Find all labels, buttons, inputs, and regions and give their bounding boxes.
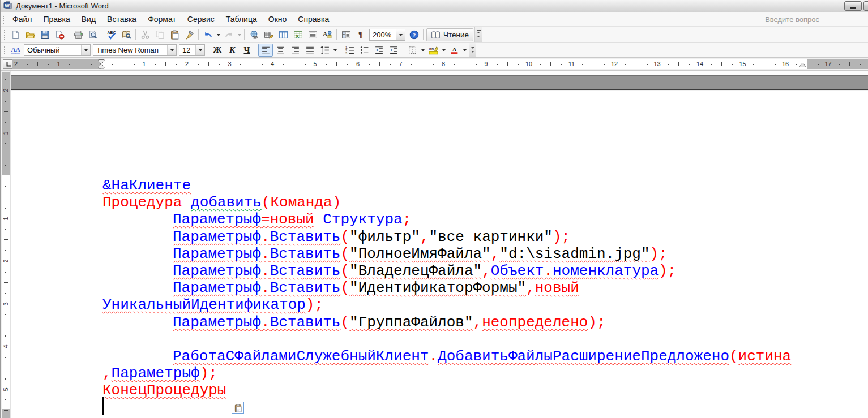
- underline-button[interactable]: Ч: [240, 44, 254, 57]
- style-combobox[interactable]: Обычный: [24, 44, 91, 56]
- code-line[interactable]: Параметрыф.Вставить("ГруппаФайлов",неопр…: [102, 314, 791, 331]
- code-line[interactable]: [102, 331, 791, 348]
- code-line[interactable]: Процедура добавить(Команда): [102, 194, 791, 211]
- permission-icon: [55, 30, 65, 40]
- borders-button-dropdown[interactable]: [420, 44, 426, 57]
- cut-button[interactable]: [138, 28, 152, 41]
- align-right-button[interactable]: [288, 44, 302, 57]
- open-button[interactable]: [23, 28, 37, 41]
- justify-button[interactable]: [302, 44, 317, 57]
- menu-tools[interactable]: Сервис: [182, 12, 220, 26]
- code-line[interactable]: КонецПроцедуры: [102, 382, 791, 399]
- code-line[interactable]: ,Параметрыф);: [102, 365, 791, 382]
- print-button[interactable]: [71, 28, 85, 41]
- line-spacing-button[interactable]: [317, 44, 332, 57]
- research-button[interactable]: [119, 28, 134, 41]
- paste-options-button[interactable]: [232, 402, 244, 414]
- font-color-button[interactable]: А: [447, 44, 461, 57]
- font-size-combobox[interactable]: 12: [179, 44, 205, 56]
- ruler-number: 2: [14, 60, 18, 68]
- format-painter-button[interactable]: [182, 28, 196, 41]
- insert-excel-button[interactable]: X: [290, 28, 305, 41]
- menu-table[interactable]: Таблица: [220, 12, 263, 26]
- code-line[interactable]: &НаКлиенте: [102, 177, 791, 194]
- bold-button[interactable]: Ж: [210, 44, 225, 57]
- font-combobox[interactable]: Times New Roman: [93, 44, 177, 56]
- vertical-ruler[interactable]: 2112345: [2, 72, 10, 418]
- document-map-button[interactable]: [339, 28, 353, 41]
- indent-markers[interactable]: [98, 59, 105, 69]
- highlight-button[interactable]: ab: [426, 44, 441, 57]
- line-spacing-button-dropdown[interactable]: [332, 44, 338, 57]
- code-line[interactable]: Параметрыф.Вставить("ИдентификаторФормы"…: [102, 279, 791, 296]
- zoom-combobox-dropdown-icon[interactable]: [396, 29, 405, 40]
- highlight-button-dropdown[interactable]: [441, 44, 447, 57]
- font-combobox-dropdown-icon[interactable]: [167, 45, 176, 55]
- page-top-out-of-page-band: [11, 75, 868, 90]
- code-line[interactable]: УникальныйИдентификатор);: [102, 296, 791, 313]
- minimize-button[interactable]: [844, 1, 862, 11]
- font-size-combobox-dropdown-icon[interactable]: [195, 45, 204, 55]
- menu-file[interactable]: Файл: [7, 12, 37, 26]
- permission-button[interactable]: [52, 28, 67, 41]
- maximize-button[interactable]: [863, 1, 868, 11]
- copy-button[interactable]: [152, 28, 167, 41]
- redo-button[interactable]: [221, 28, 236, 41]
- code-line[interactable]: Параметрыф.Вставить("фильтр","все картин…: [102, 229, 791, 245]
- align-left-button[interactable]: [258, 44, 273, 57]
- zoom-combobox[interactable]: 200%: [369, 29, 405, 41]
- numbered-list-button[interactable]: 1.2.3.: [342, 44, 357, 57]
- style-combobox-dropdown-icon[interactable]: [81, 45, 90, 55]
- save-button[interactable]: [37, 28, 52, 41]
- right-margin-marker[interactable]: [799, 61, 806, 69]
- tables-borders-button[interactable]: [261, 28, 276, 41]
- open-book-icon: [431, 30, 441, 40]
- borders-button[interactable]: [405, 44, 420, 57]
- columns-button[interactable]: [305, 28, 320, 41]
- decrease-indent-button[interactable]: [371, 44, 386, 57]
- title-bar[interactable]: W Документ1 - Microsoft Word: [1, 0, 868, 12]
- reading-mode-button[interactable]: Чтение: [426, 28, 473, 41]
- undo-button[interactable]: [200, 28, 215, 41]
- styles-formatting-button[interactable]: АА: [8, 44, 23, 57]
- ruler-number: 13: [653, 60, 660, 68]
- print-preview-button[interactable]: [85, 28, 100, 41]
- code-line[interactable]: Параметрыф=новый Структура;: [102, 211, 791, 228]
- italic-button[interactable]: К: [225, 44, 240, 57]
- document-text[interactable]: &НаКлиентеПроцедура добавить(Команда)Пар…: [102, 177, 791, 399]
- menu-window[interactable]: Окно: [263, 12, 293, 26]
- undo-icon: [203, 30, 213, 40]
- menu-help[interactable]: Справка: [292, 12, 335, 26]
- type-question-box[interactable]: Введите вопрос: [765, 15, 819, 24]
- decrease-indent-icon: [374, 45, 384, 55]
- page[interactable]: &НаКлиентеПроцедура добавить(Команда)Пар…: [11, 91, 868, 418]
- undo-button-dropdown[interactable]: [215, 28, 221, 41]
- spelling-button[interactable]: ABC: [104, 28, 119, 41]
- menu-format[interactable]: Формат: [142, 12, 182, 26]
- horizontal-ruler[interactable]: 211234567891011121314151617: [12, 59, 868, 69]
- insert-table-button[interactable]: [276, 28, 290, 41]
- bullet-list-button[interactable]: [357, 44, 371, 57]
- drawing-button[interactable]: A: [320, 28, 335, 41]
- svg-text:А: А: [15, 46, 20, 54]
- font-color-button-dropdown[interactable]: [461, 44, 468, 57]
- toolbar-drag-handle[interactable]: [3, 29, 6, 40]
- insert-hyperlink-button[interactable]: [246, 28, 261, 41]
- increase-indent-button[interactable]: [386, 44, 401, 57]
- show-formatting-button[interactable]: ¶: [353, 28, 368, 41]
- menu-view[interactable]: Вид: [76, 12, 101, 26]
- code-line[interactable]: РаботаСФайламиСлужебныйКлиент.ДобавитьФа…: [102, 348, 791, 365]
- new-document-button[interactable]: [8, 28, 23, 41]
- menu-edit[interactable]: Правка: [37, 12, 75, 26]
- code-line[interactable]: Параметрыф.Вставить("ПолноеИмяФайла","d:…: [102, 245, 791, 262]
- redo-button-dropdown[interactable]: [236, 28, 242, 41]
- help-button[interactable]: ?: [407, 28, 421, 41]
- paste-button[interactable]: [167, 28, 182, 41]
- formatting-toolbar-options-button[interactable]: [469, 43, 476, 57]
- menu-insert[interactable]: Вставка: [101, 12, 142, 26]
- align-center-button[interactable]: [273, 44, 288, 57]
- menu-drag-handle[interactable]: [2, 15, 5, 24]
- code-line[interactable]: Параметрыф.Вставить("ВладелецФайла",Объе…: [102, 262, 791, 279]
- toolbar-drag-handle[interactable]: [3, 45, 6, 55]
- standard-toolbar-options-button[interactable]: [474, 27, 482, 42]
